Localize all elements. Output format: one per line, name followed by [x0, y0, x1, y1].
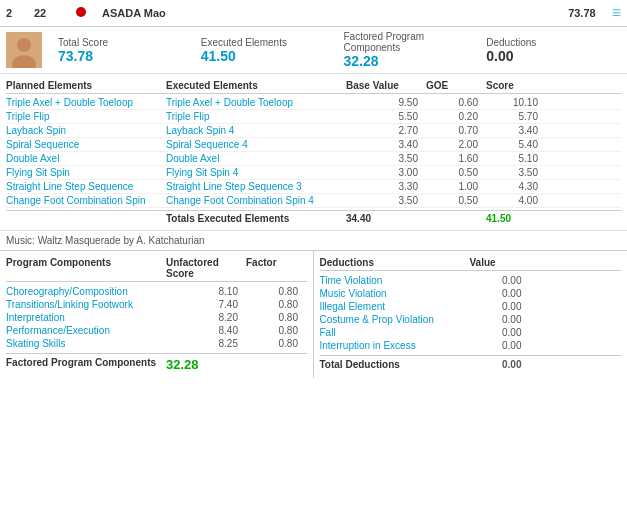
- ded-value: 0.00: [470, 275, 530, 286]
- ded-value: 0.00: [470, 288, 530, 299]
- points: 22: [34, 7, 64, 19]
- factored-block: Factored Program Components 32.28: [336, 31, 479, 69]
- planned-col: Layback Spin: [6, 125, 166, 136]
- totals-empty1: [6, 213, 166, 224]
- executed-col: Double Axel: [166, 153, 346, 164]
- total-score-label: Total Score: [58, 37, 185, 48]
- total-score-block: Total Score 73.78: [50, 37, 193, 64]
- score-col: 4.00: [486, 195, 546, 206]
- pc-col-label: Program Components: [6, 257, 166, 279]
- ded-label: Interruption in Excess: [320, 340, 470, 351]
- ded-header: Deductions Value: [320, 257, 622, 271]
- pc-rows: Choreography/Composition 8.10 0.80 Trans…: [6, 285, 307, 350]
- pc-unfactored: 7.40: [166, 299, 246, 310]
- planned-col: Spiral Sequence: [6, 139, 166, 150]
- pc-unfactored: 8.25: [166, 338, 246, 349]
- score-summary: Total Score 73.78 Executed Elements 41.5…: [0, 27, 627, 74]
- ded-value: 0.00: [470, 301, 530, 312]
- base-col: 2.70: [346, 125, 426, 136]
- pc-total-label: Factored Program Components: [6, 357, 166, 372]
- ded-rows: Time Violation 0.00 Music Violation 0.00…: [320, 274, 622, 352]
- base-col: 9.50: [346, 97, 426, 108]
- table-row: Flying Sit Spin Flying Sit Spin 4 3.00 0…: [6, 166, 621, 180]
- base-col: 3.40: [346, 139, 426, 150]
- deductions-value: 0.00: [486, 48, 613, 64]
- avatar: [6, 32, 42, 68]
- table-row: Double Axel Double Axel 3.50 1.60 5.10: [6, 152, 621, 166]
- ded-label: Fall: [320, 327, 470, 338]
- totals-empty2: [426, 213, 486, 224]
- header-score: 73.78: [568, 7, 596, 19]
- svg-point-0: [76, 7, 86, 17]
- score-col: 5.40: [486, 139, 546, 150]
- ded-label: Time Violation: [320, 275, 470, 286]
- list-item: Time Violation 0.00: [320, 274, 622, 287]
- base-col: 3.30: [346, 181, 426, 192]
- score-col: 4.30: [486, 181, 546, 192]
- score-col: 5.70: [486, 111, 546, 122]
- deductions-label: Deductions: [486, 37, 613, 48]
- ded-col-value: Value: [470, 257, 530, 268]
- goe-col: 1.00: [426, 181, 486, 192]
- ded-total-label: Total Deductions: [320, 359, 470, 370]
- elements-totals: Totals Executed Elements 34.40 41.50: [6, 210, 621, 226]
- executed-col: Change Foot Combination Spin 4: [166, 195, 346, 206]
- planned-col: Change Foot Combination Spin: [6, 195, 166, 206]
- table-row: Spiral Sequence Spiral Sequence 4 3.40 2…: [6, 138, 621, 152]
- executed-col: Triple Flip: [166, 111, 346, 122]
- list-item: Interpretation 8.20 0.80: [6, 311, 307, 324]
- goe-col: 0.20: [426, 111, 486, 122]
- score-col: 3.50: [486, 167, 546, 178]
- col-goe: GOE: [426, 80, 486, 91]
- deductions-block: Deductions 0.00: [478, 37, 621, 64]
- executed-col: Triple Axel + Double Toeloop: [166, 97, 346, 108]
- table-row: Change Foot Combination Spin Change Foot…: [6, 194, 621, 208]
- base-col: 3.50: [346, 195, 426, 206]
- executed-block: Executed Elements 41.50: [193, 37, 336, 64]
- pc-label: Choreography/Composition: [6, 286, 166, 297]
- table-row: Straight Line Step Sequence Straight Lin…: [6, 180, 621, 194]
- pc-unfactored: 8.10: [166, 286, 246, 297]
- planned-col: Triple Flip: [6, 111, 166, 122]
- planned-col: Triple Axel + Double Toeloop: [6, 97, 166, 108]
- ded-label: Illegal Element: [320, 301, 470, 312]
- pc-label: Performance/Execution: [6, 325, 166, 336]
- goe-col: 0.70: [426, 125, 486, 136]
- executed-col: Flying Sit Spin 4: [166, 167, 346, 178]
- totals-score: 41.50: [486, 213, 546, 224]
- col-base: Base Value: [346, 80, 426, 91]
- ded-value: 0.00: [470, 314, 530, 325]
- executed-col: Straight Line Step Sequence 3: [166, 181, 346, 192]
- list-item: Fall 0.00: [320, 326, 622, 339]
- list-item: Interruption in Excess 0.00: [320, 339, 622, 352]
- table-row: Triple Flip Triple Flip 5.50 0.20 5.70: [6, 110, 621, 124]
- col-score: Score: [486, 80, 546, 91]
- ded-label: Music Violation: [320, 288, 470, 299]
- executed-value: 41.50: [201, 48, 328, 64]
- score-col: 5.10: [486, 153, 546, 164]
- planned-col: Straight Line Step Sequence: [6, 181, 166, 192]
- base-col: 3.50: [346, 153, 426, 164]
- pc-label: Transitions/Linking Footwork: [6, 299, 166, 310]
- ded-label: Costume & Prop Violation: [320, 314, 470, 325]
- pc-factor: 0.80: [246, 325, 306, 336]
- factored-label: Factored Program Components: [344, 31, 471, 53]
- col-planned: Planned Elements: [6, 80, 166, 91]
- deductions-section: Deductions Value Time Violation 0.00 Mus…: [314, 251, 628, 378]
- skater-name: ASADA Mao: [102, 7, 560, 19]
- goe-col: 1.60: [426, 153, 486, 164]
- rank: 2: [6, 7, 26, 19]
- goe-col: 2.00: [426, 139, 486, 150]
- elements-rows: Triple Axel + Double Toeloop Triple Axel…: [6, 96, 621, 208]
- music-line: Music: Waltz Masquerade by A. Katchaturi…: [0, 230, 627, 250]
- bottom-section: Program Components Unfactored Score Fact…: [0, 250, 627, 378]
- ded-value: 0.00: [470, 340, 530, 351]
- totals-base: 34.40: [346, 213, 426, 224]
- table-row: Layback Spin Layback Spin 4 2.70 0.70 3.…: [6, 124, 621, 138]
- base-col: 5.50: [346, 111, 426, 122]
- goe-col: 0.50: [426, 195, 486, 206]
- expand-icon[interactable]: ≡: [612, 4, 621, 22]
- score-col: 10.10: [486, 97, 546, 108]
- pc-unfactored: 8.40: [166, 325, 246, 336]
- planned-col: Flying Sit Spin: [6, 167, 166, 178]
